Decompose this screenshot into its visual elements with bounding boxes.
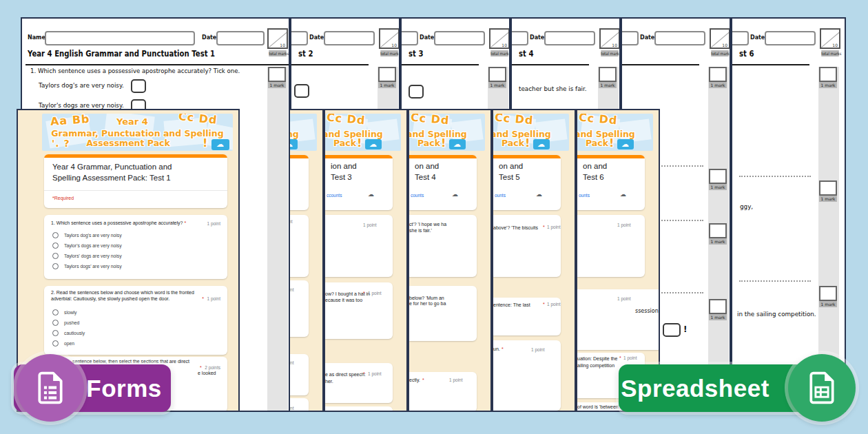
radio-button[interactable] xyxy=(52,242,59,249)
form-question-card: above'? 'The biscuits*1 point xyxy=(493,215,561,277)
radio-group: slowlypushedcautiouslyopen xyxy=(52,309,85,351)
banner-exclamation: ! xyxy=(441,136,446,149)
form-question-card-2: 2. Read the sentences below and choose w… xyxy=(44,286,227,355)
mark-box-unit: 1 mark xyxy=(709,67,727,92)
rule-line xyxy=(512,64,589,65)
mark-label: 1 mark xyxy=(819,301,837,307)
mark-box xyxy=(488,67,506,82)
switch-accounts-link[interactable]: ounts xyxy=(579,193,590,198)
total-marks-value: 10 xyxy=(280,43,285,48)
name-input[interactable] xyxy=(731,31,749,45)
form-title-card: on andTest 6ounts☁ xyxy=(577,155,645,210)
question-text-fragment: she is fair.' xyxy=(409,228,432,233)
total-marks-box: 10 xyxy=(599,28,620,49)
form-screenshot: Cc Ddand SpellingPack!☁ion andTest 3ccou… xyxy=(324,109,408,412)
radio-button[interactable] xyxy=(52,253,59,259)
form-screenshot: Cc Ddand SpellingPack!☁on andTest 4count… xyxy=(408,109,492,412)
date-input[interactable] xyxy=(434,31,485,45)
radio-option: Taylors dogs' are very noisy xyxy=(52,263,122,269)
form-question-card-1: 1. Which sentence uses a possessive apos… xyxy=(44,215,227,279)
points-label: 1 point xyxy=(617,223,631,227)
form-title-line2: Spelling Assessment Pack: Test 1 xyxy=(52,174,171,182)
radio-label: Taylors dogs' are very noisy xyxy=(64,264,122,269)
answer-checkbox[interactable] xyxy=(409,85,424,99)
form-title-card: Year 4 Grammar, Punctuation andSpelling … xyxy=(44,154,227,208)
form-question-card: e as direct speech:*1 pointher. xyxy=(325,363,393,403)
switch-accounts-link[interactable]: counts xyxy=(411,193,424,198)
total-marks-box: 10 xyxy=(267,28,288,49)
answer-line xyxy=(739,280,811,282)
date-input[interactable] xyxy=(765,31,816,45)
radio-label: Taylor's dogs are very noisy xyxy=(64,243,122,248)
total-marks-value: 10 xyxy=(612,43,617,48)
mark-box-unit: 1 mark xyxy=(709,223,727,248)
mark-label: 1 mark xyxy=(709,238,727,245)
question-text: 1. Which sentence uses a possessive apos… xyxy=(51,220,186,225)
date-input[interactable] xyxy=(544,31,595,45)
form-question-card xyxy=(325,406,393,412)
answer-checkbox[interactable] xyxy=(294,84,309,98)
required-star: * xyxy=(202,296,204,301)
radio-button[interactable] xyxy=(52,263,59,269)
mark-box-unit: 1 mark xyxy=(709,299,727,324)
form-title-line1: Year 4 Grammar, Punctuation and xyxy=(52,163,172,171)
answer-checkbox[interactable] xyxy=(131,79,146,93)
form-question-card: below? 'Mum ane for her to go ba xyxy=(409,286,477,341)
twinkl-cloud-icon: ☁ xyxy=(621,141,629,148)
name-input[interactable] xyxy=(400,31,418,45)
radio-button[interactable] xyxy=(52,330,59,336)
answer-box[interactable] xyxy=(663,323,681,337)
answer-line xyxy=(739,176,811,177)
form-title-fragment: ion and xyxy=(331,161,357,172)
form-title-testname: Test 4 xyxy=(415,172,436,183)
twinkl-cloud-icon: ☁ xyxy=(216,141,224,148)
points-label: 1 point xyxy=(449,378,463,382)
name-input[interactable] xyxy=(510,31,528,45)
total-marks-value: 10 xyxy=(391,43,397,48)
date-input[interactable] xyxy=(654,31,705,45)
required-star: * xyxy=(363,291,365,296)
radio-button[interactable] xyxy=(52,232,59,238)
banner-title-line2-fragment: Pack xyxy=(586,138,608,148)
mark-label: 1 mark xyxy=(599,82,617,88)
form-banner: Cc Ddand SpellingPack!☁ xyxy=(325,114,401,151)
form-banner: Aa Bb Year 4 Cc Dd Grammar, Punctuation … xyxy=(42,114,233,151)
required-star: * xyxy=(363,371,365,376)
points-label: 1 point xyxy=(368,371,382,376)
radio-option: pushed xyxy=(52,320,85,326)
radio-label: pushed xyxy=(64,320,79,325)
name-input[interactable] xyxy=(45,31,195,45)
total-marks-box: 10 xyxy=(379,28,400,49)
paper-option: Taylor's dogs are very noisy. xyxy=(39,102,124,109)
total-marks-value: 10 xyxy=(722,43,727,48)
points-label: 1 point xyxy=(363,223,377,227)
question-text-fragment: sentence below, then select the sections… xyxy=(72,359,189,364)
radio-label: open xyxy=(64,341,74,346)
mark-box-unit: 1 mark xyxy=(378,67,396,92)
question-text-fragment: above'? 'The biscuits xyxy=(493,225,538,230)
banner-title-line2-fragment: Pack xyxy=(333,138,356,148)
radio-button[interactable] xyxy=(52,309,59,316)
switch-accounts-link[interactable]: ounts xyxy=(495,193,506,198)
radio-button[interactable] xyxy=(52,320,59,326)
question-text-fragment: ailing competition xyxy=(577,363,614,368)
date-input[interactable] xyxy=(216,31,265,45)
required-star: * xyxy=(619,355,621,360)
mark-box xyxy=(819,67,837,82)
form-title-fragment: on and xyxy=(415,161,439,172)
question-text-fragment: her. xyxy=(325,379,333,384)
switch-accounts-link[interactable]: ccounts xyxy=(327,193,342,198)
form-title-testname: Test 3 xyxy=(331,172,352,183)
name-input[interactable] xyxy=(290,31,308,45)
date-input[interactable] xyxy=(324,31,375,45)
required-star: * xyxy=(543,302,545,307)
collage-background: { "background_color": "#b7d9ea", "paper_… xyxy=(0,0,868,434)
radio-button[interactable] xyxy=(52,340,59,347)
radio-label: slowly xyxy=(64,310,77,315)
paper-title-fragment: st 2 xyxy=(298,49,313,59)
banner-exclamation: ! xyxy=(357,136,362,149)
form-question-card: ow? I bought a hat in*1 pointecause it w… xyxy=(325,282,393,339)
radio-label: Taylors dog's are very noisy xyxy=(64,233,122,238)
form-title-testname: Test 6 xyxy=(583,172,604,183)
name-input[interactable] xyxy=(621,31,639,45)
